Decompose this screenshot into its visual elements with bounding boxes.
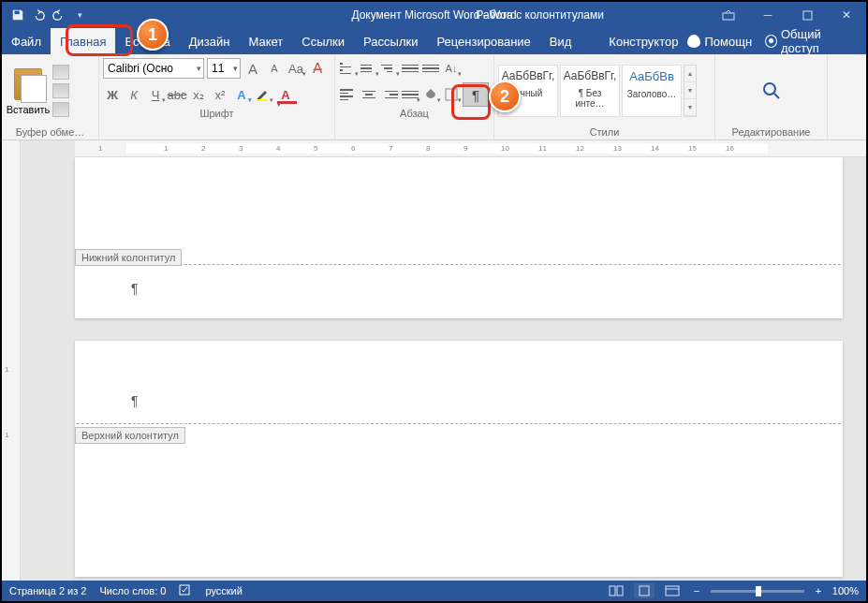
tab-mailings[interactable]: Рассылки	[354, 28, 427, 54]
copy-icon[interactable]	[52, 83, 69, 98]
pilcrow-mark-1: ¶	[131, 281, 139, 296]
tab-design[interactable]: Дизайн	[180, 28, 240, 54]
style-heading1[interactable]: АаБбВвЗаголово…	[622, 65, 682, 117]
decrease-indent-icon[interactable]	[401, 59, 419, 78]
pages-container[interactable]: Нижний колонтитул ¶ ¶ Верхний колонтитул	[21, 157, 866, 581]
qat-customize-icon[interactable]: ▾	[73, 8, 86, 22]
svg-point-5	[764, 83, 775, 95]
spell-check-icon[interactable]	[179, 583, 192, 598]
underline-button[interactable]: Ч	[146, 85, 165, 104]
change-case-icon[interactable]: Aa	[287, 59, 305, 78]
editing-group-label: Редактирование	[719, 125, 823, 140]
group-editing: Редактирование	[715, 54, 828, 140]
grow-font-icon[interactable]: A	[243, 59, 262, 78]
maximize-icon[interactable]	[787, 2, 827, 28]
clipboard-group-label: Буфер обме…	[6, 125, 95, 140]
text-effects-icon[interactable]: A	[232, 85, 251, 104]
clear-formatting-icon[interactable]: A̶	[308, 59, 327, 78]
header-boundary	[77, 423, 841, 424]
tab-file[interactable]: Файл	[2, 28, 51, 54]
word-window: ▾ Документ Microsoft Word - Word Работа …	[2, 2, 866, 601]
highlight-button[interactable]	[254, 85, 272, 104]
web-layout-icon[interactable]	[662, 583, 683, 598]
svg-rect-3	[257, 99, 268, 101]
cut-icon[interactable]	[52, 65, 69, 80]
tab-review[interactable]: Рецензирование	[427, 28, 539, 54]
zoom-in-button[interactable]: +	[812, 585, 825, 596]
increase-indent-icon[interactable]	[421, 59, 440, 78]
highlight-frame-1	[66, 24, 133, 56]
numbering-icon[interactable]	[360, 59, 378, 78]
shading-icon[interactable]	[421, 85, 440, 104]
header-tag[interactable]: Верхний колонтитул	[75, 427, 185, 444]
footer-boundary	[77, 264, 841, 265]
tell-me[interactable]: Помощн	[687, 35, 752, 49]
font-group-label: Шрифт	[103, 106, 331, 121]
page-indicator[interactable]: Страница 2 из 2	[9, 585, 86, 596]
workspace: 1 1 1 1 2 3 4 5 6 7 8 9 10 11 12 13 14 1…	[2, 140, 866, 581]
highlight-frame-2	[451, 84, 491, 120]
tab-view[interactable]: Вид	[540, 28, 581, 54]
save-icon[interactable]	[11, 8, 24, 22]
quick-access-toolbar: ▾	[2, 8, 86, 22]
svg-rect-9	[640, 586, 649, 596]
group-clipboard: Вставить Буфер обме…	[2, 54, 99, 140]
context-tab-title: Работа с колонтитулами	[476, 8, 604, 22]
svg-rect-0	[15, 11, 20, 15]
bold-button[interactable]: Ж	[103, 85, 122, 104]
page-1[interactable]: Нижний колонтитул ¶	[75, 157, 843, 318]
bullets-icon[interactable]	[339, 59, 358, 78]
svg-rect-10	[666, 586, 679, 596]
paste-icon	[14, 68, 42, 100]
window-buttons: ─ ✕	[709, 2, 866, 28]
align-center-icon[interactable]	[360, 85, 378, 104]
font-name-combo[interactable]: Calibri (Осно	[103, 58, 204, 79]
callout-1: 1	[137, 19, 169, 51]
line-spacing-icon[interactable]	[401, 85, 419, 104]
redo-icon[interactable]	[52, 8, 66, 22]
share-button[interactable]: Общий доступ	[765, 27, 855, 55]
ribbon-options-icon[interactable]	[709, 2, 748, 28]
styles-group-label: Стили	[498, 125, 711, 140]
paste-button[interactable]: Вставить	[6, 66, 51, 115]
zoom-level[interactable]: 100%	[832, 585, 859, 596]
superscript-button[interactable]: x²	[211, 85, 229, 104]
pilcrow-mark-2: ¶	[131, 393, 139, 408]
document-area: 1 1 2 3 4 5 6 7 8 9 10 11 12 13 14 15 16	[21, 140, 866, 581]
format-painter-icon[interactable]	[52, 102, 69, 117]
find-icon	[761, 81, 782, 101]
footer-tag[interactable]: Нижний колонтитул	[75, 249, 182, 266]
share-label: Общий доступ	[781, 27, 855, 55]
group-styles: АаБбВвГг,ычный АаБбВвГг,¶ Без инте… АаБб…	[494, 54, 715, 140]
multilevel-icon[interactable]	[380, 59, 399, 78]
strike-button[interactable]: abc	[168, 85, 186, 104]
undo-icon[interactable]	[32, 8, 45, 22]
language-indicator[interactable]: русский	[205, 585, 242, 596]
paste-label: Вставить	[6, 104, 51, 115]
styles-more-button[interactable]: ▴▾▾	[684, 65, 697, 117]
zoom-out-button[interactable]: −	[690, 585, 703, 596]
shrink-font-icon[interactable]: A	[265, 59, 284, 78]
align-left-icon[interactable]	[339, 85, 358, 104]
tab-layout[interactable]: Макет	[239, 28, 292, 54]
page-2[interactable]: ¶ Верхний колонтитул	[75, 341, 843, 577]
italic-button[interactable]: К	[125, 85, 143, 104]
font-color-button[interactable]	[275, 85, 296, 104]
sort-icon[interactable]: A↓	[442, 59, 461, 78]
word-count[interactable]: Число слов: 0	[99, 585, 166, 596]
style-no-spacing[interactable]: АаБбВвГг,¶ Без инте…	[560, 65, 620, 117]
tell-me-label: Помощн	[704, 35, 752, 49]
print-layout-icon[interactable]	[634, 583, 655, 598]
font-size-combo[interactable]: 11	[207, 58, 241, 79]
find-button[interactable]	[761, 77, 782, 105]
align-right-icon[interactable]	[380, 85, 399, 104]
callout-2: 2	[489, 81, 521, 112]
tab-designer[interactable]: Конструктор	[599, 28, 687, 54]
zoom-slider[interactable]	[711, 590, 804, 593]
close-icon[interactable]: ✕	[827, 2, 866, 28]
tab-references[interactable]: Ссылки	[292, 28, 354, 54]
read-mode-icon[interactable]	[606, 583, 626, 598]
minimize-icon[interactable]: ─	[748, 2, 787, 28]
svg-rect-2	[803, 11, 812, 20]
subscript-button[interactable]: x₂	[189, 85, 208, 104]
